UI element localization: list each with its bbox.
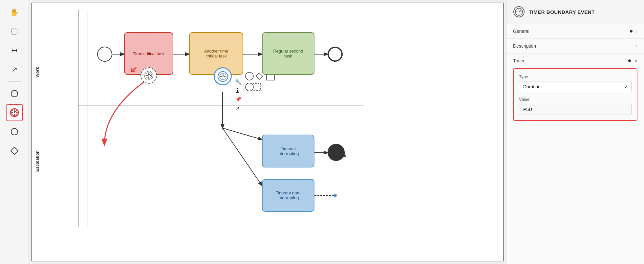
select-tool-button[interactable] bbox=[6, 23, 23, 40]
pin-icon[interactable]: 📌 bbox=[235, 96, 242, 102]
end-event-filled[interactable] bbox=[328, 144, 345, 161]
panel-header: TIMER BOUNDARY EVENT bbox=[506, 0, 644, 24]
general-label: General bbox=[513, 29, 529, 34]
event-circle-tool-button[interactable] bbox=[6, 85, 23, 102]
context-menu: 🔧 🗑 📌 ↗ bbox=[235, 79, 242, 111]
timer-label: Timer bbox=[513, 58, 525, 63]
svg-line-25 bbox=[223, 128, 262, 140]
type-dropdown-value: Duration bbox=[523, 84, 541, 89]
timer-boundary-event-icon bbox=[513, 6, 525, 18]
lane-escalation-label: Escalation bbox=[35, 128, 40, 194]
value-field-label: Value bbox=[519, 97, 632, 102]
timer-chevron-icon: ∨ bbox=[634, 58, 637, 63]
timer-config-box: Type Duration ∨ Value bbox=[513, 68, 637, 121]
properties-panel: TIMER BOUNDARY EVENT General › Descripti… bbox=[506, 0, 644, 264]
trash-icon[interactable]: 🗑 bbox=[235, 88, 242, 94]
description-section[interactable]: Description › bbox=[506, 39, 644, 54]
svg-point-30 bbox=[246, 72, 253, 80]
type-dropdown[interactable]: Duration ∨ bbox=[519, 81, 632, 92]
svg-marker-31 bbox=[256, 73, 263, 79]
start-event[interactable] bbox=[97, 47, 112, 62]
description-label: Description bbox=[513, 43, 536, 49]
toolbar: ✋ ↗ bbox=[0, 0, 29, 264]
description-chevron-icon: › bbox=[636, 43, 637, 49]
panel-title: TIMER BOUNDARY EVENT bbox=[529, 9, 595, 15]
connect-tool-button[interactable] bbox=[6, 42, 23, 59]
general-dot bbox=[630, 30, 633, 33]
hand-tool-button[interactable]: ✋ bbox=[6, 4, 23, 21]
timer-on-task1[interactable] bbox=[140, 67, 157, 84]
end-event-top[interactable] bbox=[328, 47, 343, 62]
task-timeout-interrupting[interactable]: Timeoutinterrupting bbox=[262, 135, 314, 167]
general-chevron-icon: › bbox=[636, 29, 637, 34]
svg-point-4 bbox=[11, 90, 18, 97]
gateway-tool-button[interactable] bbox=[6, 142, 23, 159]
diagonal-arrow-icon[interactable]: ↗ bbox=[235, 105, 242, 111]
value-input[interactable] bbox=[519, 104, 632, 115]
timer-section-header[interactable]: Timer ∨ bbox=[506, 54, 644, 68]
lane-work-label: Work bbox=[35, 43, 40, 102]
timer-section-right: ∨ bbox=[628, 58, 637, 63]
svg-rect-0 bbox=[12, 29, 17, 34]
timer-on-task2-selected[interactable] bbox=[214, 67, 232, 85]
toolbar-divider bbox=[8, 81, 21, 82]
timer-dot bbox=[628, 59, 631, 62]
description-section-right: › bbox=[636, 43, 637, 49]
svg-point-33 bbox=[246, 83, 253, 91]
task-regular-second[interactable]: Regular secondtask bbox=[262, 32, 314, 75]
non-interrupt-end-dot bbox=[333, 194, 337, 197]
arrow-tool-button[interactable]: ↗ bbox=[6, 61, 23, 78]
task-another-time-critical[interactable]: Another timecritical task bbox=[189, 32, 243, 75]
bpmn-canvas: Work Escalation Time critical task ➜ Ano… bbox=[32, 3, 504, 261]
general-section[interactable]: General › bbox=[506, 24, 644, 39]
svg-marker-14 bbox=[11, 147, 18, 154]
wrench-icon[interactable]: 🔧 bbox=[235, 79, 242, 85]
task-timeout-non-interrupting[interactable]: Timeout non-interrupting bbox=[262, 179, 314, 212]
timer-boundary-active-button[interactable] bbox=[6, 104, 23, 121]
type-field-label: Type bbox=[519, 74, 632, 79]
svg-point-13 bbox=[11, 128, 18, 135]
svg-rect-34 bbox=[253, 83, 260, 91]
general-section-right: › bbox=[630, 29, 637, 34]
svg-line-26 bbox=[223, 128, 262, 186]
event-plain-tool-button[interactable] bbox=[6, 123, 23, 140]
type-dropdown-chevron-icon: ∨ bbox=[624, 84, 627, 89]
